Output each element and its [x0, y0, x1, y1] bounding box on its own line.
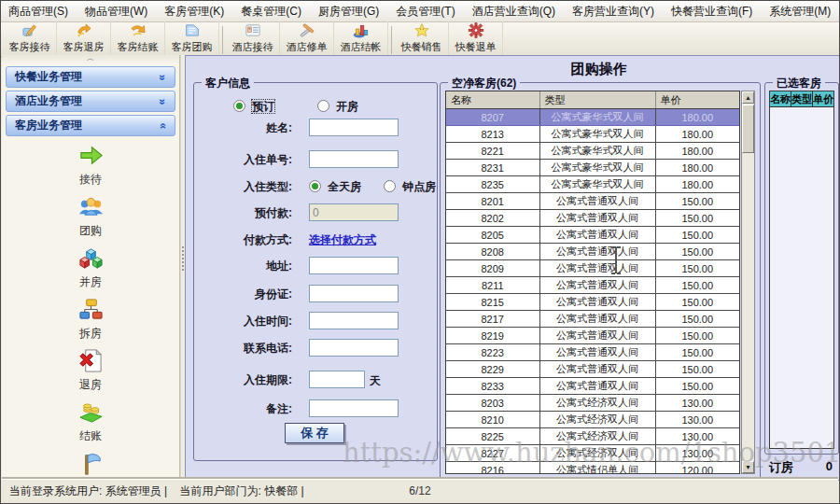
- radio-book-icon[interactable]: [233, 100, 245, 112]
- sidebar-section-rooms[interactable]: 客房业务管理 »: [6, 115, 175, 136]
- table-row[interactable]: 8216公寓式情侣单人间120.00: [446, 462, 739, 475]
- sidebar-collapse-handle[interactable]: ︿: [2, 55, 179, 63]
- sidebar-item[interactable]: 结账: [78, 399, 104, 444]
- table-cell[interactable]: 公寓式普通双人间: [539, 193, 655, 210]
- table-cell[interactable]: 8225: [446, 428, 539, 445]
- table-cell[interactable]: 8209: [446, 260, 539, 277]
- table-cell[interactable]: 公寓式豪华式双人间: [539, 143, 655, 160]
- table-cell[interactable]: 公寓式豪华式双人间: [539, 109, 655, 126]
- menu-item[interactable]: 商品管理(S): [8, 4, 68, 20]
- table-cell[interactable]: 公寓式普通双人间: [539, 244, 655, 260]
- table-cell[interactable]: 8202: [446, 210, 539, 227]
- table-cell[interactable]: 8233: [446, 378, 539, 395]
- table-cell[interactable]: 8207: [446, 109, 539, 126]
- scrollbar-thumb[interactable]: [742, 105, 754, 153]
- table-row[interactable]: 8223公寓式普通双人间150.00: [446, 344, 739, 361]
- table-cell[interactable]: 公寓式经济双人间: [539, 445, 655, 462]
- radio-open-icon[interactable]: [317, 100, 329, 112]
- table-row[interactable]: 8208公寓式普通双人间150.00: [446, 244, 739, 260]
- table-cell[interactable]: 8208: [446, 244, 539, 260]
- table-row[interactable]: 8215公寓式普通双人间150.00: [446, 294, 739, 311]
- sidebar-item[interactable]: 团购: [78, 194, 104, 239]
- radio-fullday-label[interactable]: 全天房: [328, 180, 361, 193]
- table-cell[interactable]: 8235: [446, 176, 539, 193]
- table-cell[interactable]: 8221: [446, 143, 539, 160]
- table-cell[interactable]: 8215: [446, 294, 539, 311]
- menu-item[interactable]: 酒店营业查询(Q): [472, 4, 555, 20]
- table-row[interactable]: 8210公寓式经济双人间130.00: [446, 412, 739, 428]
- menu-item[interactable]: 客房营业查询(Y): [572, 4, 654, 20]
- column-header[interactable]: 类型: [539, 91, 655, 109]
- remark-input[interactable]: [309, 399, 399, 417]
- table-cell[interactable]: 公寓式豪华式双人间: [539, 176, 655, 193]
- table-cell[interactable]: 150.00: [655, 328, 739, 344]
- order-input[interactable]: [309, 150, 399, 168]
- table-cell[interactable]: 公寓式普通双人间: [539, 361, 655, 378]
- toolbar-button[interactable]: 快餐退单: [449, 21, 503, 56]
- toolbar-button[interactable]: 客房接待: [3, 21, 57, 56]
- scroll-up-icon[interactable]: ▲: [742, 91, 754, 104]
- table-cell[interactable]: 公寓式普通双人间: [539, 344, 655, 361]
- table-row[interactable]: 8235公寓式豪华式双人间180.00: [446, 176, 739, 193]
- table-cell[interactable]: 公寓式经济双人间: [539, 428, 655, 445]
- idcard-input[interactable]: [309, 285, 399, 302]
- save-button[interactable]: 保 存: [285, 423, 344, 443]
- table-cell[interactable]: 150.00: [655, 227, 739, 244]
- table-row[interactable]: 8211公寓式普通双人间150.00: [446, 277, 739, 294]
- table-cell[interactable]: 150.00: [655, 344, 739, 361]
- table-cell[interactable]: 公寓式经济双人间: [539, 395, 655, 412]
- table-row[interactable]: 8209公寓式普通双人间150.00: [446, 260, 739, 277]
- table-cell[interactable]: 180.00: [655, 126, 739, 143]
- toolbar-button[interactable]: 酒店结帐: [334, 21, 388, 56]
- sidebar-section-hotel[interactable]: 酒店业务管理 »: [6, 91, 175, 112]
- table-cell[interactable]: 公寓式普通双人间: [539, 294, 655, 311]
- toolbar-button[interactable]: 酒店修单: [280, 21, 334, 56]
- table-cell[interactable]: 130.00: [655, 395, 739, 412]
- toolbar-button[interactable]: 客房退房: [57, 21, 111, 56]
- radio-book[interactable]: 预订: [233, 100, 278, 113]
- table-cell[interactable]: 公寓式普通双人间: [539, 328, 655, 344]
- column-header[interactable]: 单价: [655, 91, 739, 109]
- table-row[interactable]: 8221公寓式豪华式双人间180.00: [446, 143, 739, 160]
- menu-item[interactable]: 客房管理(K): [164, 4, 224, 20]
- menu-item[interactable]: 厨房管理(G): [318, 4, 379, 20]
- sidebar-section-fastfood[interactable]: 快餐业务管理 »: [6, 66, 175, 88]
- phone-input[interactable]: [309, 339, 399, 357]
- table-cell[interactable]: 150.00: [655, 294, 739, 311]
- table-cell[interactable]: 公寓式普通双人间: [539, 260, 655, 277]
- duration-input[interactable]: [309, 371, 365, 388]
- radio-hourly-label[interactable]: 钟点房: [402, 180, 436, 193]
- table-row[interactable]: 8207公寓式豪华式双人间180.00: [446, 109, 739, 126]
- radio-book-label[interactable]: 预订: [252, 100, 274, 113]
- sidebar-item[interactable]: 拆房: [78, 297, 104, 342]
- table-cell[interactable]: 8217: [446, 311, 539, 328]
- table-cell[interactable]: 8210: [446, 412, 539, 428]
- toolbar-button[interactable]: 快餐销售: [395, 21, 449, 56]
- vertical-scrollbar[interactable]: ▲ ▼: [741, 91, 755, 474]
- radio-open-label[interactable]: 开房: [336, 100, 358, 113]
- table-cell[interactable]: 150.00: [655, 277, 739, 294]
- payment-method-link[interactable]: 选择付款方式: [309, 232, 376, 248]
- column-header[interactable]: 名称: [446, 91, 539, 109]
- table-cell[interactable]: 8219: [446, 328, 539, 344]
- table-cell[interactable]: 公寓式豪华式双人间: [539, 126, 655, 143]
- table-row[interactable]: 8231公寓式豪华式双人间180.00: [446, 160, 739, 176]
- table-cell[interactable]: 公寓式豪华式双人间: [539, 160, 655, 176]
- table-cell[interactable]: 130.00: [655, 445, 739, 462]
- table-cell[interactable]: 8227: [446, 445, 539, 462]
- table-cell[interactable]: 150.00: [655, 361, 739, 378]
- address-input[interactable]: [309, 257, 399, 274]
- table-row[interactable]: 8201公寓式普通双人间150.00: [446, 193, 739, 210]
- table-row[interactable]: 8229公寓式普通双人间150.00: [446, 361, 739, 378]
- toolbar-button[interactable]: 酒店接待: [226, 21, 280, 56]
- table-cell[interactable]: 公寓式普通双人间: [539, 311, 655, 328]
- table-row[interactable]: 8217公寓式普通双人间150.00: [446, 311, 739, 328]
- toolbar-button[interactable]: 客房团购: [165, 21, 219, 56]
- table-cell[interactable]: 150.00: [655, 378, 739, 395]
- table-cell[interactable]: 180.00: [655, 143, 739, 160]
- menu-item[interactable]: 餐桌管理(C): [241, 4, 301, 20]
- sidebar-item[interactable]: 并房: [78, 245, 104, 290]
- table-cell[interactable]: 8213: [446, 126, 539, 143]
- radio-open[interactable]: 开房: [317, 100, 358, 113]
- table-cell[interactable]: 180.00: [655, 176, 739, 193]
